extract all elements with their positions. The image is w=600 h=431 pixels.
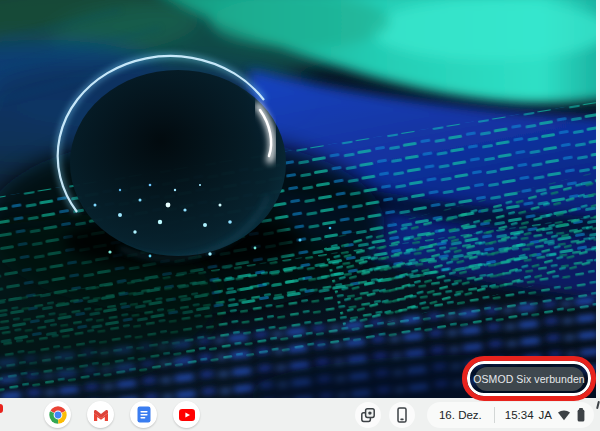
datetime-pill: 16. Dez. 15:34 JA (427, 402, 594, 428)
chrome-icon (49, 406, 67, 424)
pinned-apps (44, 401, 200, 428)
screen-capture-icon (360, 407, 376, 423)
status-tray-button[interactable]: 15:34 JA (495, 408, 594, 422)
google-docs-icon (137, 406, 151, 423)
date-display[interactable]: 16. Dez. (427, 409, 494, 421)
chromeos-desktop: OSMOD Six verbunden (0, 0, 600, 431)
battery-full-icon (576, 408, 586, 422)
toast-message: OSMOD Six verbunden (473, 373, 585, 385)
annotation-highlight-box: OSMOD Six verbunden (462, 356, 596, 401)
shelf-app-chrome[interactable] (44, 401, 71, 428)
shelf-app-gmail[interactable] (87, 401, 114, 428)
phone-hub-button[interactable] (389, 402, 415, 428)
phone-hub-icon (396, 407, 408, 423)
shelf: 16. Dez. 15:34 JA (0, 398, 600, 431)
connection-toast: OSMOD Six verbunden (475, 367, 584, 391)
ime-indicator: JA (539, 409, 552, 421)
wifi-icon (557, 409, 571, 421)
shelf-app-docs[interactable] (130, 401, 157, 428)
gmail-icon (92, 408, 110, 422)
youtube-icon (179, 409, 195, 421)
date-label: 16. Dez. (439, 409, 482, 421)
shelf-app-youtube[interactable] (173, 401, 200, 428)
screen-capture-button[interactable] (355, 402, 381, 428)
clock-label: 15:34 (505, 409, 534, 421)
screen-edge-strip (596, 0, 600, 431)
status-area: 16. Dez. 15:34 JA (355, 402, 594, 428)
